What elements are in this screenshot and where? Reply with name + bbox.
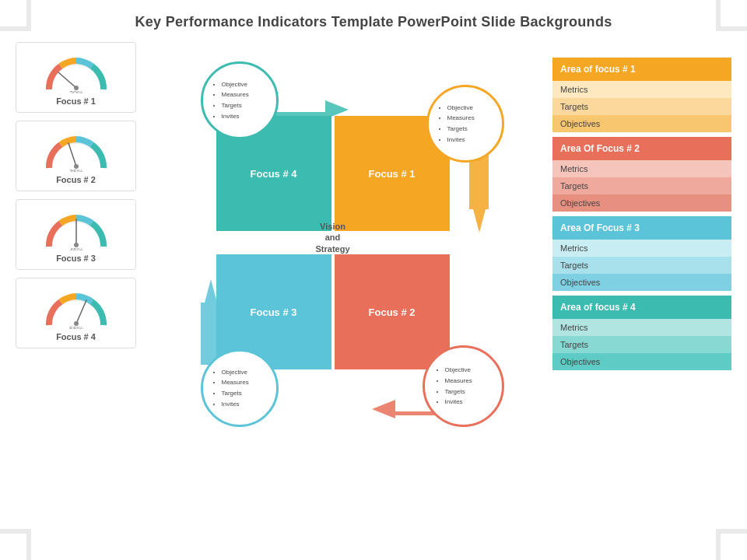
focus-group-1: Area of focus # 1 Metrics Targets Object… [552,58,731,132]
gauge-label-4: Focus # 4 [56,332,96,341]
svg-line-3 [68,143,76,166]
gauge-svg-2: 35% [41,129,111,172]
focus-group-3: Area Of Focus # 3 Metrics Targets Object… [552,216,731,291]
svg-line-0 [58,72,76,88]
annotation-item: Targets [222,100,267,111]
svg-text:45%: 45% [68,247,82,250]
annotation-item: Measures [222,377,267,388]
focus-group-2-row-metrics: Metrics [552,160,731,177]
focus-group-4: Area of focus # 4 Metrics Targets Object… [552,296,731,370]
quadrant-br: Focus # 2 [335,254,450,369]
svg-text:20%: 20% [68,89,82,93]
page-title: Key Performance Indicators Template Powe… [0,0,747,38]
gauge-card-1: 20% Focus # 1 [16,42,136,113]
focus-group-1-row-objectives: Objectives [552,115,731,132]
focus-group-2-row-objectives: Objectives [552,194,731,212]
focus-group-4-row-objectives: Objectives [552,353,731,370]
gauge-label-1: Focus # 1 [56,96,96,106]
focus-group-1-row-targets: Targets [552,98,731,115]
quadrant-diagram: Objective Measures Targets Invites Objec… [216,69,473,443]
focus-group-1-row-metrics: Metrics [552,81,731,98]
focus-group-4-header: Area of focus # 4 [552,296,731,319]
gauge-svg-4: 55% [41,286,111,329]
gauge-label-2: Focus # 2 [56,175,96,184]
focus-group-4-row-metrics: Metrics [552,319,731,336]
gauge-card-3: 45% Focus # 3 [16,199,136,270]
annotation-circle-br: Objective Measures Targets Invites [423,345,504,427]
corner-decoration-br [716,529,747,560]
focus-group-3-row-targets: Targets [552,257,731,274]
gauge-card-4: 55% Focus # 4 [16,278,136,348]
annotation-circle-tr: Objective Measures Targets Invites [426,85,504,163]
annotation-item: Targets [447,124,493,135]
annotation-item: Objective [445,365,491,376]
vision-strategy-label: VisionandStrategy [294,221,372,254]
annotation-item: Measures [447,113,493,124]
annotation-item: Invites [445,397,491,408]
annotation-item: Objective [222,79,267,90]
focus-group-4-row-targets: Targets [552,336,731,353]
annotation-item: Invites [222,399,267,410]
focus-group-2-row-targets: Targets [552,177,731,194]
focus-group-2-header: Area Of Focus # 2 [552,137,731,160]
annotation-item: Objective [447,103,493,114]
annotation-item: Targets [222,388,267,399]
focus-group-2: Area Of Focus # 2 Metrics Targets Object… [552,137,731,212]
annotation-item: Invites [447,135,493,145]
annotation-item: Objective [222,367,267,378]
focus-group-3-header: Area Of Focus # 3 [552,216,731,240]
annotation-item: Targets [445,387,491,397]
annotation-circle-tl: Objective Measures Targets Invites [201,61,279,139]
right-sidebar: Area of focus # 1 Metrics Targets Object… [552,58,731,454]
arrow-left [197,279,224,365]
annotation-item: Invites [222,111,267,122]
corner-decoration-tr [716,0,747,31]
annotation-circle-bl: Objective Measures Targets Invites [201,349,279,427]
corner-decoration-bl [0,529,31,560]
svg-text:55%: 55% [68,325,82,329]
annotation-item: Measures [222,89,267,100]
main-content: 20% Focus # 1 35% Focus # 2 [0,42,747,454]
gauge-svg-3: 45% [41,208,111,250]
focus-group-3-row-objectives: Objectives [552,274,731,291]
gauge-label-3: Focus # 3 [56,254,96,263]
center-diagram: Objective Measures Targets Invites Objec… [152,42,537,454]
focus-group-1-header: Area of focus # 1 [552,58,731,81]
gauge-svg-1: 20% [41,51,111,93]
svg-line-9 [76,300,86,324]
gauges-column: 20% Focus # 1 35% Focus # 2 [16,42,136,454]
corner-decoration-tl [0,0,31,31]
focus-group-3-row-metrics: Metrics [552,240,731,257]
annotation-item: Measures [445,376,491,387]
svg-text:35%: 35% [68,168,82,172]
gauge-card-2: 35% Focus # 2 [16,121,136,191]
